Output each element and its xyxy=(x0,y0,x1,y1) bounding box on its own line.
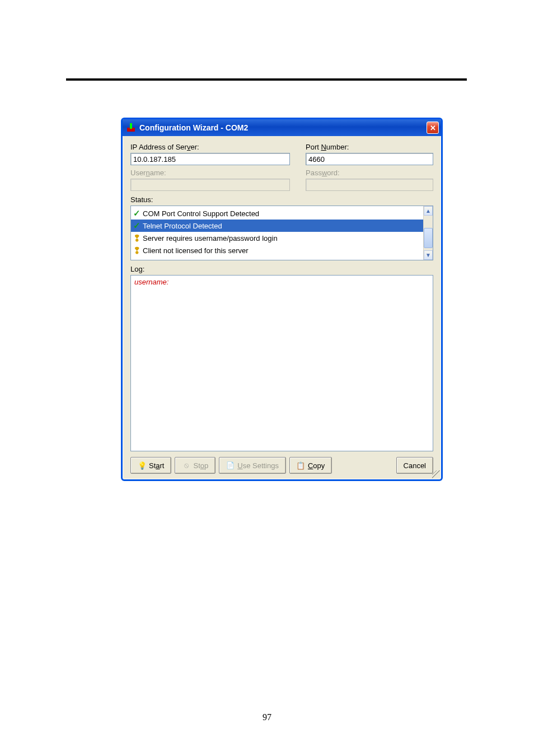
resize-grip[interactable] xyxy=(432,470,440,478)
lightbulb-icon: 💡 xyxy=(138,461,146,470)
status-label: Status: xyxy=(130,195,433,204)
scroll-track[interactable] xyxy=(424,216,433,250)
scroll-down-button[interactable]: ▼ xyxy=(424,250,433,260)
check-icon: ✓ xyxy=(132,209,141,218)
ip-address-label: IP Address of Server: xyxy=(130,143,290,151)
status-item[interactable]: ❢Server requires username/password login xyxy=(131,232,433,244)
status-item-text: COM Port Control Support Detected xyxy=(143,209,259,218)
page-top-rule xyxy=(66,78,467,81)
stop-button-label: Stop xyxy=(193,461,208,470)
settings-icon: 📄 xyxy=(226,461,235,470)
username-input xyxy=(130,179,290,191)
close-button[interactable]: ✕ xyxy=(427,122,439,134)
status-item[interactable]: ✓Telnet Protocol Detected xyxy=(131,220,433,232)
cancel-button-label: Cancel xyxy=(404,461,426,470)
use-settings-button-label: Use Settings xyxy=(237,461,279,470)
status-item-text: Telnet Protocol Detected xyxy=(143,222,222,230)
client-area: IP Address of Server: Port Number: Usern… xyxy=(123,136,441,479)
check-icon: ✓ xyxy=(132,221,141,230)
password-input xyxy=(306,179,433,191)
log-textarea[interactable]: username: xyxy=(130,275,433,451)
copy-icon: 📋 xyxy=(297,461,305,470)
button-bar: 💡 Start ⦸ Stop 📄 Use Settings 📋 Copy Can… xyxy=(130,457,433,474)
status-list: ✓COM Port Control Support Detected✓Telne… xyxy=(131,206,433,258)
status-item[interactable]: ✓COM Port Control Support Detected xyxy=(131,207,433,220)
stop-button: ⦸ Stop xyxy=(175,457,216,474)
scroll-thumb[interactable] xyxy=(424,228,433,248)
status-item-text: Client not licensed for this server xyxy=(143,246,249,255)
start-button[interactable]: 💡 Start xyxy=(130,457,171,474)
cancel-button[interactable]: Cancel xyxy=(396,457,433,474)
port-number-label: Port Number: xyxy=(306,143,433,151)
status-item-text: Server requires username/password login xyxy=(143,234,278,242)
stop-icon: ⦸ xyxy=(182,461,190,470)
start-button-label: Start xyxy=(149,461,164,470)
password-label: Password: xyxy=(306,169,433,177)
status-item[interactable]: ❢Client not licensed for this server xyxy=(131,244,433,256)
exclamation-icon: ❢ xyxy=(132,234,141,242)
port-number-input[interactable] xyxy=(306,153,433,165)
window-title: Configuration Wizard - COM2 xyxy=(139,123,427,132)
scroll-up-button[interactable]: ▲ xyxy=(424,206,433,216)
config-wizard-dialog: Configuration Wizard - COM2 ✕ IP Address… xyxy=(121,118,443,481)
copy-button-label: Copy xyxy=(308,461,325,470)
status-listbox[interactable]: ✓COM Port Control Support Detected✓Telne… xyxy=(130,206,433,260)
close-icon: ✕ xyxy=(430,124,436,132)
page-number: 97 xyxy=(0,712,534,722)
app-icon xyxy=(126,123,136,133)
ip-address-input[interactable] xyxy=(130,153,290,165)
username-label: Username: xyxy=(130,169,290,177)
copy-button[interactable]: 📋 Copy xyxy=(289,457,332,474)
exclamation-icon: ❢ xyxy=(132,246,141,255)
titlebar[interactable]: Configuration Wizard - COM2 ✕ xyxy=(123,119,441,136)
status-scrollbar[interactable]: ▲ ▼ xyxy=(423,206,433,260)
log-label: Log: xyxy=(130,265,433,273)
log-content: username: xyxy=(134,278,168,286)
use-settings-button: 📄 Use Settings xyxy=(219,457,286,474)
